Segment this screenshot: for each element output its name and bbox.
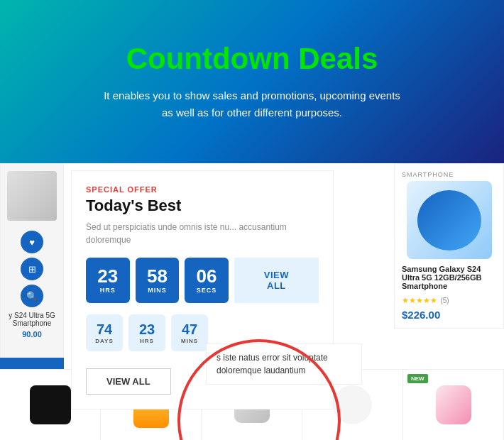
thumb-image-0 xyxy=(30,385,71,424)
countdown-secs-label: SECS xyxy=(197,287,217,294)
products-section: ♥ ⊞ 🔍 y S24 Ultra 5G Smartphone 90.00 0 … xyxy=(0,163,504,440)
right-product-name: Samsung Galaxy S24 Ultra 5G 12GB/256GB S… xyxy=(402,265,496,290)
countdown-mins-value: 58 xyxy=(147,267,168,285)
right-product-card: SMARTPHONE Samsung Galaxy S24 Ultra 5G 1… xyxy=(394,163,504,329)
countdown-secs-value: 06 xyxy=(197,267,217,285)
thumb-image-4 xyxy=(436,385,471,424)
mini-mins-value: 47 xyxy=(182,322,197,336)
countdown-hours-label: HRS xyxy=(100,287,116,294)
mini-days-value: 74 xyxy=(97,322,112,336)
mini-hrs-block: 23 HRS xyxy=(128,314,165,351)
countdown-hours-value: 23 xyxy=(97,267,118,285)
hero-title: Countdown Deals xyxy=(126,42,378,76)
right-product-price: $226.00 xyxy=(402,309,496,321)
heart-icon: ♥ xyxy=(29,237,35,248)
left-product-card: ♥ ⊞ 🔍 y S24 Ultra 5G Smartphone 90.00 xyxy=(0,163,64,362)
search-icon: 🔍 xyxy=(26,291,38,302)
left-product-name: y S24 Ultra 5G Smartphone xyxy=(4,312,60,327)
thumb-card-4[interactable]: NEW xyxy=(403,370,504,440)
left-product-image xyxy=(7,171,57,221)
mini-mins-label: MINS xyxy=(181,338,198,344)
view-all-button[interactable]: VIEW ALL xyxy=(86,368,171,395)
countdown-mins-label: MINS xyxy=(148,287,167,294)
mini-hrs-label: HRS xyxy=(140,338,154,344)
product-category-badge: SMARTPHONE xyxy=(402,171,496,178)
view-all-inline-button[interactable]: VIEW ALL xyxy=(234,258,319,303)
mini-hrs-value: 23 xyxy=(139,322,155,336)
mini-days-label: DAYS xyxy=(95,338,114,344)
right-product-image xyxy=(407,181,492,259)
left-product-price: 90.00 xyxy=(22,330,42,339)
right-product-image-inner xyxy=(417,190,481,251)
product-actions: ♥ ⊞ 🔍 xyxy=(21,231,43,307)
countdown-hours-block: 23 HRS xyxy=(86,258,130,303)
countdown-secs-block: 06 SECS xyxy=(185,258,229,303)
mini-days-block: 74 DAYS xyxy=(86,314,123,351)
deal-description: Sed ut perspiciatis unde omnis iste nu..… xyxy=(86,221,319,246)
new-badge: NEW xyxy=(407,374,428,383)
wishlist-button[interactable]: ♥ xyxy=(21,231,43,253)
layers-icon: ⊞ xyxy=(28,264,36,275)
product-stars: ★★★★★ xyxy=(402,296,437,304)
hero-subtitle: It enables you to show sales and promoti… xyxy=(104,87,400,121)
deal-title: Today's Best xyxy=(86,197,319,215)
thumb-image-3 xyxy=(333,385,372,424)
tooltip-box: s iste natus error sit voluptate dolorem… xyxy=(206,343,362,385)
search-button[interactable]: 🔍 xyxy=(21,285,43,307)
product-reviews: (5) xyxy=(440,297,449,304)
countdown-mins-block: 58 MINS xyxy=(136,258,180,303)
countdown-row: 23 HRS 58 MINS 06 SECS VIEW ALL xyxy=(86,258,319,303)
mini-mins-block: 47 MINS xyxy=(171,314,208,351)
hero-banner: Countdown Deals It enables you to show s… xyxy=(0,0,504,163)
compare-button[interactable]: ⊞ xyxy=(21,258,43,280)
special-offer-label: SPECIAL OFFER xyxy=(86,185,319,194)
